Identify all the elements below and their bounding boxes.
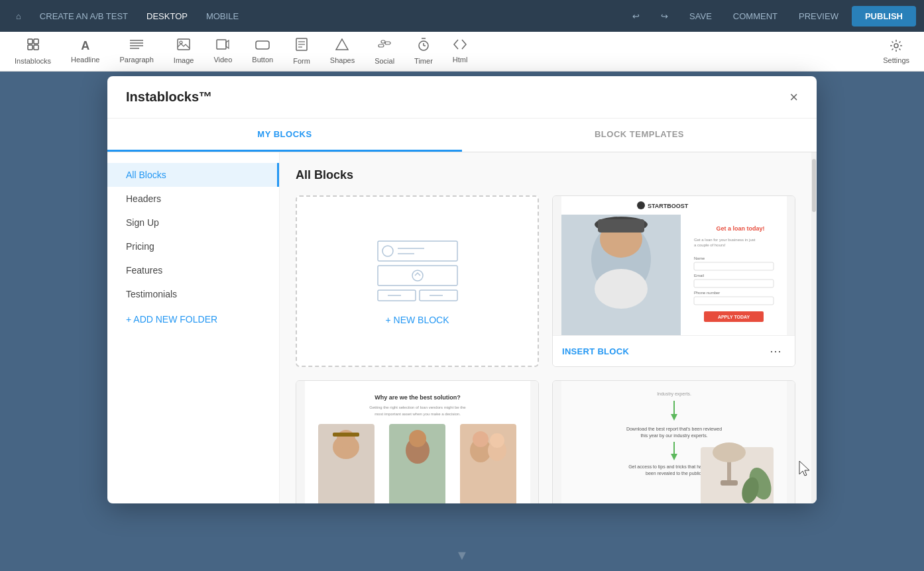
shapes-icon bbox=[335, 38, 349, 54]
desktop-button[interactable]: DESKTOP bbox=[139, 7, 196, 25]
paragraph-label: Paragraph bbox=[119, 56, 153, 64]
svg-point-69 bbox=[490, 433, 504, 448]
top-bar-left: ⌂ CREATE AN A/B TEST DESKTOP MOBILE bbox=[8, 7, 622, 25]
svg-text:STARTBOOST: STARTBOOST bbox=[648, 203, 689, 209]
svg-text:Phone number: Phone number bbox=[694, 291, 720, 295]
toolbar-image[interactable]: Image bbox=[164, 33, 203, 70]
svg-rect-3 bbox=[34, 45, 38, 50]
toolbar-social[interactable]: Social bbox=[365, 32, 404, 70]
svg-rect-22 bbox=[378, 241, 457, 261]
home-button[interactable]: ⌂ bbox=[8, 7, 29, 25]
headline-icon: A bbox=[81, 39, 89, 53]
svg-text:APPLY TODAY: APPLY TODAY bbox=[717, 315, 750, 319]
svg-point-27 bbox=[412, 270, 423, 281]
modal-title: Instablocks™ bbox=[126, 89, 212, 105]
svg-rect-83 bbox=[721, 480, 738, 486]
toolbar-timer[interactable]: Timer bbox=[405, 32, 442, 70]
toolbar-html[interactable]: Html bbox=[443, 34, 477, 69]
toolbar-headline[interactable]: A Headline bbox=[62, 34, 109, 69]
sidebar-item-headers[interactable]: Headers bbox=[107, 187, 279, 211]
timer-icon bbox=[418, 38, 430, 54]
svg-point-21 bbox=[894, 44, 898, 48]
svg-point-23 bbox=[382, 246, 393, 256]
svg-rect-1 bbox=[34, 39, 38, 44]
content-title: All Blocks bbox=[296, 168, 795, 182]
block-card-3: Industry experts. Download the best repo… bbox=[552, 380, 795, 503]
new-block-label: + NEW BLOCK bbox=[385, 315, 449, 325]
button-label: Button bbox=[252, 56, 273, 64]
svg-rect-65 bbox=[460, 424, 516, 503]
svg-point-34 bbox=[637, 201, 645, 209]
toolbar-instablocks[interactable]: Instablocks bbox=[5, 32, 60, 70]
new-block-card[interactable]: + NEW BLOCK bbox=[296, 195, 539, 367]
svg-text:most important asset when you : most important asset when you make a dec… bbox=[375, 412, 461, 416]
undo-button[interactable]: ↩ bbox=[624, 7, 648, 25]
svg-point-64 bbox=[409, 430, 426, 447]
video-label: Video bbox=[213, 56, 232, 64]
new-block-icon bbox=[375, 238, 461, 304]
svg-rect-2 bbox=[28, 45, 32, 50]
svg-text:Get a loan today!: Get a loan today! bbox=[716, 225, 764, 232]
paragraph-icon bbox=[130, 39, 143, 53]
toolbar: Instablocks A Headline Paragraph Image V… bbox=[0, 32, 924, 72]
svg-point-82 bbox=[713, 442, 746, 462]
publish-button[interactable]: PUBLISH bbox=[852, 6, 916, 26]
shapes-label: Shapes bbox=[330, 56, 355, 64]
mobile-button[interactable]: MOBILE bbox=[198, 7, 247, 25]
modal-scrollbar[interactable] bbox=[811, 152, 817, 503]
create-ab-test-button[interactable]: CREATE AN A/B TEST bbox=[32, 7, 136, 25]
sidebar-item-features[interactable]: Features bbox=[107, 258, 279, 282]
tab-my-blocks[interactable]: MY BLOCKS bbox=[107, 119, 462, 152]
top-bar-right: ↩ ↪ SAVE COMMENT PREVIEW PUBLISH bbox=[624, 6, 916, 26]
block-menu-button-1[interactable]: ⋯ bbox=[766, 342, 785, 360]
form-icon bbox=[296, 38, 308, 54]
sidebar-item-testimonials[interactable]: Testimonials bbox=[107, 282, 279, 306]
sidebar-item-all-blocks[interactable]: All Blocks bbox=[107, 163, 279, 187]
block-card-2: Why are we the best solution? Getting th… bbox=[296, 380, 539, 503]
sidebar-item-pricing[interactable]: Pricing bbox=[107, 234, 279, 258]
svg-rect-61 bbox=[333, 433, 359, 437]
html-label: Html bbox=[453, 56, 468, 64]
svg-text:Getting the right selection of: Getting the right selection of loan vend… bbox=[369, 405, 466, 409]
sidebar-item-sign-up[interactable]: Sign Up bbox=[107, 211, 279, 234]
top-bar: ⌂ CREATE AN A/B TEST DESKTOP MOBILE ↩ ↪ … bbox=[0, 0, 924, 32]
svg-text:been revealed to the public.: been revealed to the public. bbox=[645, 471, 702, 476]
video-icon bbox=[216, 39, 229, 53]
tab-block-templates[interactable]: BLOCK TEMPLATES bbox=[462, 119, 817, 152]
svg-rect-40 bbox=[598, 219, 644, 233]
instablocks-icon bbox=[27, 38, 40, 54]
svg-text:Download the best report that': Download the best report that's been rev… bbox=[626, 427, 721, 432]
insert-block-button-1[interactable]: INSERT BLOCK bbox=[562, 346, 629, 356]
ellipsis-icon-1: ⋯ bbox=[770, 344, 781, 358]
comment-button[interactable]: COMMENT bbox=[725, 7, 785, 25]
svg-point-41 bbox=[595, 269, 648, 309]
toolbar-form[interactable]: Form bbox=[284, 32, 319, 70]
add-new-folder-button[interactable]: + ADD NEW FOLDER bbox=[107, 306, 279, 333]
image-label: Image bbox=[174, 56, 194, 64]
toolbar-paragraph[interactable]: Paragraph bbox=[110, 34, 162, 69]
preview-button[interactable]: PREVIEW bbox=[791, 7, 846, 25]
blocks-grid: + NEW BLOCK STARTBOOST bbox=[296, 195, 795, 503]
html-icon bbox=[453, 39, 467, 53]
block-preview-2: Why are we the best solution? Getting th… bbox=[296, 381, 538, 503]
toolbar-button[interactable]: Button bbox=[243, 34, 282, 69]
desktop-label: DESKTOP bbox=[146, 11, 188, 21]
modal-sidebar: All Blocks Headers Sign Up Pricing Featu… bbox=[107, 152, 280, 503]
settings-button[interactable]: Settings bbox=[874, 34, 919, 70]
scrollbar-thumb bbox=[812, 159, 816, 212]
modal-close-button[interactable]: × bbox=[789, 90, 798, 105]
svg-rect-11 bbox=[256, 41, 269, 49]
save-button[interactable]: SAVE bbox=[681, 7, 720, 25]
timer-label: Timer bbox=[414, 57, 433, 65]
modal-body: All Blocks Headers Sign Up Pricing Featu… bbox=[107, 152, 817, 503]
svg-text:Name: Name bbox=[694, 256, 705, 260]
modal-header: Instablocks™ × bbox=[107, 76, 817, 119]
toolbar-video[interactable]: Video bbox=[204, 34, 241, 69]
svg-text:a couple of hours!: a couple of hours! bbox=[694, 243, 726, 247]
close-icon: × bbox=[789, 89, 798, 105]
mobile-label: MOBILE bbox=[206, 11, 239, 21]
redo-button[interactable]: ↪ bbox=[653, 7, 676, 25]
headline-label: Headline bbox=[71, 56, 99, 64]
svg-rect-26 bbox=[378, 266, 457, 286]
toolbar-shapes[interactable]: Shapes bbox=[321, 33, 364, 70]
